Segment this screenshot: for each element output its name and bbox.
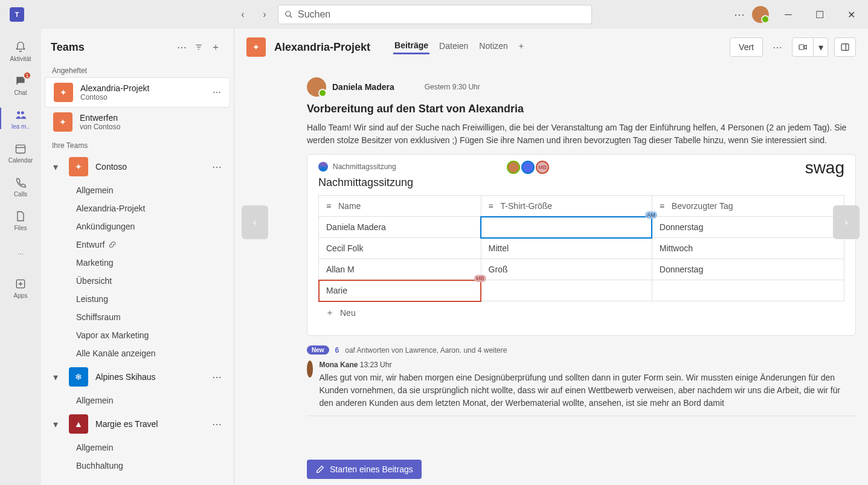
user-avatar[interactable]: [752, 6, 769, 23]
rail-chat-label: Chat: [14, 89, 27, 96]
channel-item[interactable]: Entwurf: [69, 236, 234, 254]
channel-item[interactable]: Schiffsraum: [69, 308, 234, 326]
tab-files[interactable]: Dateien: [438, 41, 469, 53]
carousel-next-button[interactable]: ›: [833, 205, 860, 239]
rail-apps-label: Apps: [14, 292, 28, 299]
titlebar-more-button[interactable]: ⋯: [734, 8, 745, 21]
loop-add-row-button[interactable]: ＋ Neu: [318, 301, 844, 324]
team-avatar-icon: ❄: [69, 367, 88, 387]
nav-forward-button[interactable]: ›: [256, 6, 273, 23]
table-row: Cecil Folk Mittel Mittwoch: [319, 238, 844, 259]
apps-icon: [13, 277, 28, 291]
team-name: Contoso: [95, 162, 127, 172]
window-maximize-button[interactable]: ☐: [808, 5, 832, 24]
text-column-icon: ≡: [660, 201, 668, 211]
team-sub: Contoso: [80, 93, 149, 101]
channel-item[interactable]: Alexandria-Projekt: [69, 199, 234, 217]
post-title: Vorbereitung auf den Start von Alexandri…: [307, 103, 856, 115]
loop-tab-name: Nachmittagssitzung: [333, 162, 396, 171]
loop-component[interactable]: Nachmittagssitzung MB swag Nachmittagssi…: [307, 154, 856, 336]
presence-avatar[interactable]: MB: [536, 161, 549, 174]
team-contoso[interactable]: ▾ ✦ Contoso ⋯: [45, 152, 230, 181]
reply-time: 13:23 Uhr: [360, 361, 392, 369]
text-column-icon: ≡: [326, 201, 335, 211]
team-more-button[interactable]: ⋯: [212, 419, 222, 430]
loop-icon: [318, 162, 328, 172]
meet-button[interactable]: [792, 37, 814, 57]
reply-header: Mona Kane 13:23 Uhr: [319, 361, 856, 369]
rail-teams[interactable]: lea m..: [0, 101, 41, 135]
window-close-button[interactable]: ✕: [839, 5, 863, 24]
channel-item[interactable]: Marketing: [69, 254, 234, 272]
new-post-button[interactable]: Starten eines Beitrags: [307, 460, 422, 479]
reply-author: Mona Kane: [319, 361, 358, 369]
file-icon: [13, 209, 28, 223]
vert-button[interactable]: Vert: [730, 37, 763, 57]
vert-label: Vert: [739, 42, 754, 52]
svg-point-2: [17, 111, 20, 114]
sidebar-add-button[interactable]: ＋: [207, 39, 224, 56]
plus-icon: ＋: [326, 307, 334, 318]
rail-teams-label: lea m..: [11, 123, 30, 130]
channel-header: ✦ Alexandria-Projekt Beiträge Dateien No…: [234, 29, 868, 65]
team-more-button[interactable]: ⋯: [212, 371, 222, 383]
search-icon: [285, 10, 293, 19]
tab-notes[interactable]: Notizen: [478, 41, 509, 53]
team-alpines[interactable]: ▾ ❄ Alpines Skihaus ⋯: [45, 362, 230, 391]
rail-more[interactable]: ⋯: [0, 237, 41, 271]
rail-chat[interactable]: 1 Chat: [0, 68, 41, 101]
channel-item[interactable]: Leistung: [69, 290, 234, 308]
team-margie[interactable]: ▾ ▲ Margie es Travel ⋯: [45, 410, 230, 438]
channel-item[interactable]: Allgemein: [69, 181, 234, 199]
channel-item[interactable]: Vapor ax Marketing: [69, 326, 234, 344]
channel-item[interactable]: Allgemein: [69, 438, 234, 457]
window-minimize-button[interactable]: ─: [776, 5, 800, 24]
app-logo: T: [10, 7, 24, 22]
header-more-button[interactable]: ⋯: [769, 42, 786, 53]
search-input[interactable]: Suchen: [278, 5, 592, 24]
pinned-team-entwerfen[interactable]: ✦ Entwerfen von Contoso: [45, 108, 230, 137]
chevron-down-icon: ▾: [53, 419, 62, 430]
rail-apps[interactable]: Apps: [0, 271, 41, 304]
team-more-button[interactable]: ⋯: [212, 161, 222, 173]
rail-activity[interactable]: Aktivität: [0, 34, 41, 68]
author-avatar[interactable]: [307, 77, 326, 97]
swag-text: swag: [805, 158, 844, 178]
loop-table[interactable]: ≡Name ≡T-Shirt-Größe ≡Bevorzugter Tag Da…: [318, 195, 844, 301]
tab-posts[interactable]: Beiträge: [393, 40, 429, 54]
calendar-icon: [13, 141, 28, 156]
presence-avatar[interactable]: [521, 161, 535, 174]
channel-item[interactable]: Allgemein: [69, 391, 234, 410]
channel-item[interactable]: Buchhaltung: [69, 457, 234, 475]
channel-avatar-icon: ✦: [246, 37, 266, 57]
channel-item[interactable]: Übersicht: [69, 272, 234, 290]
tab-add[interactable]: +: [518, 41, 525, 53]
rail-files[interactable]: Files: [0, 203, 41, 237]
col-name: ≡Name: [319, 196, 481, 217]
panel-toggle-button[interactable]: [834, 37, 856, 57]
presence-avatar[interactable]: [507, 161, 520, 174]
carousel-prev-button[interactable]: ‹: [242, 205, 268, 239]
channel-item[interactable]: Alle Kanäle anzeigen: [69, 344, 234, 362]
team-avatar-icon: ✦: [69, 157, 88, 176]
compose-icon: [315, 464, 325, 474]
team-sub: von Contoso: [80, 123, 120, 131]
sidebar-more-button[interactable]: ⋯: [173, 39, 190, 56]
post-time: Gestern 9:30 Uhr: [425, 83, 480, 91]
meet-dropdown-button[interactable]: ▾: [814, 37, 828, 57]
reply-avatar[interactable]: [307, 361, 313, 377]
presence-badge-am: AM: [645, 211, 657, 219]
pinned-team-alexandria[interactable]: ✦ Alexandria-Projekt Contoso ⋯: [45, 77, 230, 108]
svg-line-1: [290, 16, 292, 18]
team-name: Margie es Travel: [95, 419, 158, 429]
team-name: Alexandria-Projekt: [80, 83, 149, 93]
sidebar-filter-button[interactable]: [190, 39, 207, 56]
post-author: Daniela Madera: [332, 82, 394, 92]
rail-calendar[interactable]: Calendar: [0, 135, 41, 169]
team-more-button[interactable]: ⋯: [213, 88, 221, 97]
replies-summary[interactable]: New 6 oaf Antworten von Lawrence, Aaron.…: [307, 345, 856, 355]
chevron-down-icon: ▾: [53, 161, 62, 173]
channel-item[interactable]: Ankündigungen: [69, 217, 234, 236]
nav-back-button[interactable]: ‹: [234, 6, 251, 23]
rail-calls[interactable]: Calls: [0, 169, 41, 203]
